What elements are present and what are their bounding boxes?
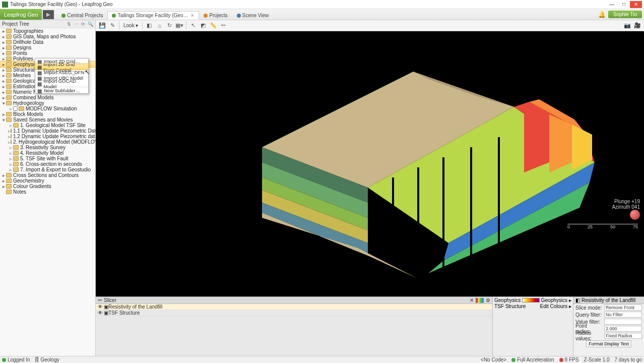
scene-row[interactable]: 👁 ▣ TSF Structure: [96, 310, 492, 316]
tab-central-projects[interactable]: Central Projects: [57, 11, 107, 20]
slicer-icon[interactable]: ✂: [98, 297, 102, 303]
tree-node[interactable]: ▹7. Import & Export to Geostudio: [0, 167, 95, 172]
scale-tick: 0: [567, 224, 570, 229]
tree-node[interactable]: ▹MODFLOW Simulation: [0, 106, 95, 111]
tab-scene-view[interactable]: Scene View: [232, 11, 274, 20]
edit-colours-link[interactable]: Edit Colours: [540, 304, 567, 309]
bottom-panels: ✂ Slicer ✕ ⚙ 👁 ▣ Resistivity of the Land…: [96, 296, 644, 356]
record-icon[interactable]: 🎥: [633, 21, 642, 30]
tab-projects[interactable]: Projects: [199, 11, 232, 20]
tree-node[interactable]: ▸Drillhole Data: [0, 39, 95, 45]
tree-node[interactable]: ▹4. Resistivity Model: [0, 150, 95, 156]
user-badge[interactable]: Sophie Tio: [608, 11, 642, 18]
tab-label: Tailings Storage Facility (Geo…: [117, 13, 188, 18]
play-button[interactable]: ▶: [43, 10, 54, 19]
azimuth-label: Azimuth 041: [612, 204, 640, 210]
save-icon[interactable]: 💾: [98, 21, 107, 30]
pencil-icon[interactable]: ✏: [219, 21, 228, 30]
window-title: Tailings Storage Facility (Geo) - Leapfr…: [10, 2, 606, 7]
scale-tick: 25: [588, 224, 593, 229]
prop-value[interactable]: Fixed Radius: [604, 333, 642, 339]
close-button[interactable]: ✕: [630, 1, 642, 8]
status-bar: Logged In 🗄Geology <No Code> Full Accele…: [0, 356, 644, 363]
tab-tailings[interactable]: Tailings Storage Facility (Geo…✕: [107, 11, 199, 20]
layer-icon: ▣: [104, 310, 108, 316]
ribbon-bar: Leapfrog Geo ▶ Central Projects Tailings…: [0, 9, 644, 20]
camera-icon[interactable]: 📷: [623, 21, 632, 30]
tree-node[interactable]: ▸Topographies: [0, 28, 95, 34]
grid-icon[interactable]: ▦▾: [175, 21, 184, 30]
chevron-icon[interactable]: ▸: [569, 297, 571, 303]
tree-node[interactable]: ▹5. TSF Site with Fault: [0, 156, 95, 161]
prop-value[interactable]: 2.000: [604, 326, 642, 332]
tree-node[interactable]: ▸GIS Data, Maps and Photos: [0, 34, 95, 39]
compass-ball-icon[interactable]: [630, 210, 640, 220]
tree-node[interactable]: ▸Colour Gradients: [0, 184, 95, 189]
scene-row[interactable]: 👁 ▣ Resistivity of the Landfill: [96, 304, 492, 310]
tab-close-icon[interactable]: ✕: [190, 13, 195, 18]
visibility-icon[interactable]: 👁: [98, 304, 104, 310]
prop-label: Slice mode:: [575, 305, 603, 311]
tree-node[interactable]: ▹2. Hydrogeological Model (MODFLOW): [0, 139, 95, 145]
format-display-text-button[interactable]: Format Display Text: [586, 340, 631, 347]
property-row: Query filter:No Filter: [573, 311, 644, 318]
tree-node[interactable]: ▹6. Cross-section in seconds: [0, 161, 95, 167]
context-menu-item[interactable]: ▦Import GOCAD Model: [35, 81, 88, 86]
tree-node[interactable]: ▸Block Models: [0, 111, 95, 117]
prop-value[interactable]: Remove Front: [604, 305, 642, 311]
codes-label[interactable]: <No Code>: [481, 357, 506, 362]
look-dropdown[interactable]: Look ▾: [121, 23, 140, 28]
tree-tool-icon[interactable]: ⇅: [66, 21, 72, 27]
cube-icon[interactable]: ◧: [145, 21, 154, 30]
tree-node[interactable]: ▾Saved Scenes and Movies: [0, 117, 95, 123]
measure-icon[interactable]: 📏: [209, 21, 218, 30]
notifications-icon[interactable]: 🔔: [598, 11, 606, 18]
props-title: Resistivity of the Landfill: [582, 297, 635, 303]
gradient-swatch[interactable]: [522, 298, 540, 302]
pointer-icon[interactable]: ↖: [188, 21, 198, 30]
gear-icon[interactable]: ⚙: [486, 297, 490, 303]
colour-label: TSF Structure: [494, 304, 526, 309]
maximize-button[interactable]: □: [618, 1, 630, 8]
palette-icon[interactable]: [476, 298, 484, 303]
prop-value[interactable]: [604, 319, 642, 325]
layer-icon: ▣: [104, 304, 108, 310]
prop-label: Query filter:: [575, 312, 603, 318]
home-view-icon[interactable]: ⌂: [155, 21, 164, 30]
minimize-button[interactable]: —: [606, 1, 618, 8]
fps-label: 8 FPS: [565, 357, 579, 362]
tree-node[interactable]: ▹3. Resistivity Survey: [0, 145, 95, 150]
context-menu-item[interactable]: ▦Import 2D Grid From Central…: [35, 64, 88, 70]
days-label: 7 days to go: [615, 357, 642, 362]
tree-node[interactable]: ▸Designs: [0, 45, 95, 50]
plane-icon[interactable]: ◩: [199, 21, 208, 30]
tree-node[interactable]: ▸Combined Models: [0, 95, 95, 100]
prop-value[interactable]: No Filter: [604, 312, 642, 318]
tree-node[interactable]: ▹1.2 Dynamic Update Piezometric data (po…: [0, 134, 95, 139]
cube-icon: ◧: [575, 297, 580, 303]
tree-node[interactable]: ▾Hydrogeology: [0, 100, 95, 106]
scene-row-label: Resistivity of the Landfill: [108, 304, 162, 310]
accel-label: Full Acceleration: [517, 357, 554, 362]
colour-row[interactable]: Geophysics Geophysics ▸: [493, 297, 573, 303]
refresh-icon[interactable]: ⟳: [80, 21, 86, 27]
tab-label: Central Projects: [67, 13, 103, 18]
search-icon[interactable]: 🔍: [87, 21, 93, 27]
chevron-icon[interactable]: ▸: [569, 304, 571, 309]
tree-node[interactable]: ▸Cross Sections and Contours: [0, 172, 95, 178]
rotate-icon[interactable]: ↻: [165, 21, 174, 30]
tree-node[interactable]: Notes: [0, 189, 95, 195]
tree-node[interactable]: ▹1. Geological Model TSF Site: [0, 123, 95, 128]
tree-node[interactable]: ▸Geochemistry: [0, 178, 95, 184]
db-icon: 🗄: [34, 357, 39, 362]
tree-tool-icon[interactable]: ⋯: [73, 21, 79, 27]
visibility-icon[interactable]: 👁: [98, 310, 104, 316]
zscale-label[interactable]: Z-Scale 1.0: [584, 357, 609, 362]
tree-node[interactable]: ▹1.1 Dynamic Update Piezometric Data: [0, 128, 95, 134]
3d-viewport[interactable]: Plunge +19 Azimuth 041 0 25 50 75: [96, 31, 644, 296]
tree-node[interactable]: ▸Points: [0, 50, 95, 56]
colour-row[interactable]: TSF Structure Edit Colours ▸: [493, 303, 573, 309]
close-icon[interactable]: ✕: [470, 297, 474, 303]
brush-icon[interactable]: ✎: [108, 21, 117, 30]
brand-label[interactable]: Leapfrog Geo: [0, 9, 42, 20]
